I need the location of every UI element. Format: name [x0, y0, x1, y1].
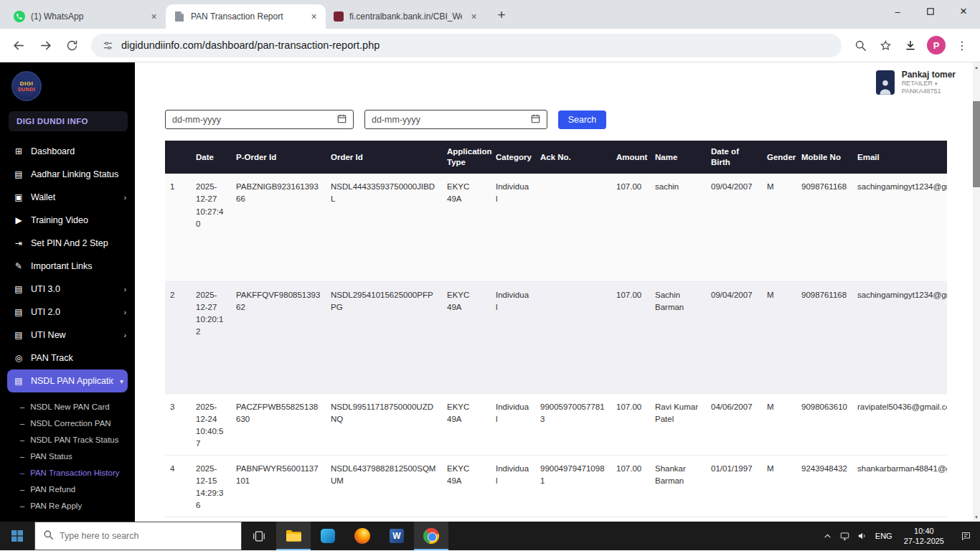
profile-avatar[interactable]: P	[927, 36, 946, 55]
minimize-button[interactable]: –	[881, 0, 914, 23]
dash-icon: –	[20, 435, 24, 444]
sidebar-item-dashboard[interactable]: ⊞Dashboard	[0, 140, 135, 163]
table-row[interactable]: 52025-11-14 12:23:54PAOTWMAJ28695132491N…	[165, 517, 947, 522]
action-center-icon[interactable]	[951, 522, 980, 550]
tab-close-icon[interactable]: ×	[308, 11, 320, 23]
sidebar-subitem-nsdl-correction-pan[interactable]: –NSDL Correction PAN	[0, 415, 135, 431]
address-bar[interactable]: digidundiinfo.com/dashboard/pan-transact…	[91, 34, 842, 57]
network-icon[interactable]	[837, 522, 854, 550]
id-card-icon: ▤	[13, 169, 24, 179]
sidebar-item-nsdl-pan-application[interactable]: ▤NSDL PAN Application▾	[7, 369, 128, 392]
sidebar-item-uti-new[interactable]: ▤UTI New›	[0, 324, 135, 347]
back-button[interactable]	[6, 33, 31, 57]
dash-icon: –	[20, 501, 24, 510]
close-button[interactable]: ×	[947, 0, 980, 23]
table-cell: NSDL77026367187500TLSBO	[326, 517, 442, 522]
site-logo: DIGI DUNDI	[11, 71, 42, 101]
dash-icon: –	[20, 485, 24, 494]
table-cell: NSDL99511718750000UZDNQ	[326, 393, 442, 455]
language-indicator[interactable]: ENG	[871, 532, 897, 540]
calendar-icon[interactable]	[531, 114, 540, 126]
sidebar-subitem-pan-transaction-history[interactable]: –PAN Transaction History	[0, 464, 135, 481]
bank-icon	[334, 11, 344, 22]
speaker-icon[interactable]	[854, 522, 871, 550]
firefox-icon	[354, 528, 370, 544]
search-button[interactable]: Search	[558, 110, 606, 129]
date-from-input[interactable]: dd-mm-yyyy	[165, 110, 354, 129]
sidebar-subitem-pan-refund[interactable]: –PAN Refund	[0, 481, 135, 497]
page-scrollbar[interactable]: ▲ ▼	[973, 62, 980, 522]
column-header: P-Order Id	[231, 141, 326, 174]
taskbar-clock[interactable]: 10:40 27-12-2025	[897, 526, 951, 547]
browser-tab[interactable]: fi.centralbank.bank.in/CBI_Web...×	[326, 4, 486, 29]
sidebar-subitem-nsdl-pan-track-status[interactable]: –NSDL PAN Track Status	[0, 431, 135, 448]
sidebar-item-uti-3-0[interactable]: ▤UTI 3.0›	[0, 278, 135, 301]
table-row[interactable]: 12025-12-27 10:27:40PABZNIGB92316139366N…	[165, 174, 947, 281]
taskbar-search[interactable]	[34, 522, 242, 550]
scroll-up-icon[interactable]: ▲	[973, 62, 980, 72]
tab-close-icon[interactable]: ×	[148, 11, 160, 23]
sidebar-subitem-label: PAN Transaction History	[30, 468, 119, 477]
table-cell: mahakoatel286@gmail.com	[852, 517, 947, 522]
sidebar-subitem-pan-status[interactable]: –PAN Status	[0, 448, 135, 464]
maximize-button[interactable]	[914, 0, 947, 23]
sidebar-item-important-links[interactable]: ✎Important Links	[0, 255, 135, 278]
table-header-row: DateP-Order IdOrder IdApplication TypeCa…	[165, 141, 947, 174]
table-cell	[535, 281, 611, 393]
sidebar-item-label: UTI 3.0	[31, 284, 118, 294]
taskbar-firefox[interactable]	[345, 522, 380, 550]
dash-icon: –	[20, 468, 24, 477]
sidebar-subitem-nsdl-new-pan-card[interactable]: –NSDL New PAN Card	[0, 398, 135, 415]
taskbar-search-input[interactable]	[60, 531, 217, 541]
column-header: Application Type	[442, 141, 491, 174]
sidebar: DIGI DUNDI DIGI DUNDI INFO ⊞Dashboard▤Aa…	[0, 62, 135, 522]
date-to-input[interactable]: dd-mm-yyyy	[364, 110, 547, 129]
sidebar-item-pan-track[interactable]: ◎PAN Track	[0, 347, 135, 369]
table-row[interactable]: 22025-12-27 10:20:12PAKFFQVF98085139362N…	[165, 281, 947, 393]
tab-list: (1) WhatsApp×PAN Transaction Report×fi.c…	[6, 4, 486, 29]
browser-tab[interactable]: (1) WhatsApp×	[6, 4, 166, 29]
start-button[interactable]	[0, 522, 34, 550]
sidebar-subitem-label: NSDL Correction PAN	[30, 419, 110, 428]
downloads-icon[interactable]	[899, 34, 922, 57]
sidebar-item-aadhar-linking-status[interactable]: ▤Aadhar Linking Status	[0, 163, 135, 186]
taskbar-blue-app[interactable]	[311, 522, 345, 550]
refresh-button[interactable]	[60, 33, 84, 57]
taskbar-file-explorer[interactable]	[276, 522, 311, 550]
chevron-up-icon[interactable]	[819, 522, 837, 550]
sidebar-subitem-label: PAN Status	[30, 452, 72, 461]
table-cell: 990049784192103	[535, 517, 611, 522]
column-header: Ack No.	[535, 141, 611, 174]
taskbar-word[interactable]: W	[380, 522, 414, 550]
bookmark-star-icon[interactable]	[874, 34, 897, 57]
table-row[interactable]: 32025-12-24 10:40:57PACZFPWB55825138630N…	[165, 393, 947, 455]
column-header: Name	[650, 141, 706, 174]
table-cell: Individual	[491, 455, 535, 517]
table-cell: 09/04/2007	[706, 281, 762, 393]
url-text[interactable]: digidundiinfo.com/dashboard/pan-transact…	[121, 39, 380, 51]
taskbar-task-view[interactable]	[242, 522, 276, 550]
sidebar-item-set-pin-and-2-step[interactable]: ⇥Set PIN And 2 Step	[0, 232, 135, 255]
sidebar-item-label: Wallet	[31, 192, 118, 202]
table-cell: 107.00	[611, 393, 650, 455]
sidebar-item-uti-2-0[interactable]: ▤UTI 2.0›	[0, 301, 135, 324]
browser-tab[interactable]: PAN Transaction Report×	[166, 4, 326, 29]
table-row[interactable]: 42025-12-15 14:29:36PABNFWYR56001137101N…	[165, 455, 947, 517]
scrollbar-thumb[interactable]	[973, 101, 980, 187]
menu-kebab-icon[interactable]: ⋮	[951, 34, 974, 57]
sidebar-item-wallet[interactable]: ▣Wallet›	[0, 186, 135, 209]
tune-icon[interactable]	[101, 34, 114, 57]
sidebar-subitem-pan-re-apply[interactable]: –PAN Re Apply	[0, 497, 135, 514]
calendar-icon[interactable]	[337, 114, 347, 126]
sidebar-item-training-video[interactable]: ▶Training Video	[0, 209, 135, 232]
scroll-down-icon[interactable]: ▼	[973, 512, 980, 522]
forward-button[interactable]	[33, 33, 57, 57]
user-block[interactable]: Pankaj tomer RETAILER ▾ PANKA48751	[876, 70, 956, 95]
new-tab-button[interactable]: +	[491, 5, 512, 25]
column-header: Category	[491, 141, 535, 174]
user-meta: Pankaj tomer RETAILER ▾ PANKA48751	[902, 70, 956, 95]
tab-close-icon[interactable]: ×	[468, 11, 480, 23]
table-cell: Individual	[491, 393, 535, 455]
taskbar-chrome[interactable]	[414, 522, 448, 550]
zoom-icon[interactable]	[849, 34, 872, 57]
